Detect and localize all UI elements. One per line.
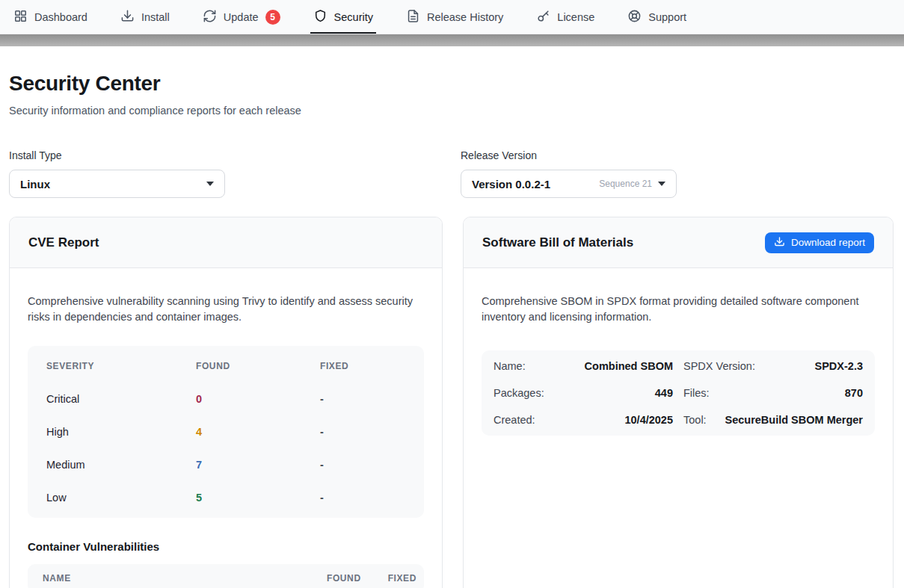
nav-item-dashboard[interactable]: Dashboard <box>13 0 87 34</box>
release-version-label: Release Version <box>461 149 677 161</box>
table-row: High 4 - <box>28 415 424 448</box>
nav-item-release-history[interactable]: Release History <box>406 0 503 34</box>
download-report-button[interactable]: Download report <box>765 232 874 253</box>
key-icon <box>536 9 550 25</box>
list-item: Name: Combined SBOM <box>493 353 673 380</box>
list-item: Files: 870 <box>683 380 863 406</box>
detail-label: Created: <box>493 414 535 426</box>
fixed-count: - <box>320 459 424 471</box>
sbom-description: Comprehensive SBOM in SPDX format provid… <box>482 294 875 326</box>
list-item: Tool: SecureBuild SBOM Merger <box>683 406 863 433</box>
chevron-down-icon <box>206 182 214 186</box>
install-type-value: Linux <box>20 178 200 191</box>
top-navigation: Dashboard Install Update 5 Security Rele… <box>0 0 904 34</box>
list-item: Packages: 449 <box>493 380 673 406</box>
cve-report-description: Comprehensive vulnerability scanning usi… <box>28 294 424 326</box>
fixed-count: - <box>320 426 424 438</box>
detail-value: 870 <box>845 387 863 399</box>
update-count-badge: 5 <box>265 10 280 25</box>
nav-label: Support <box>648 11 686 23</box>
fixed-count: - <box>320 393 424 405</box>
cve-report-title: CVE Report <box>28 235 99 250</box>
table-row: Medium 7 - <box>28 448 424 481</box>
nav-label: Security <box>334 11 373 23</box>
detail-value: Combined SBOM <box>585 360 673 372</box>
found-count: 4 <box>196 426 320 438</box>
list-item: Created: 10/4/2025 <box>493 406 673 433</box>
page-subtitle: Security information and compliance repo… <box>9 105 895 117</box>
detail-label: SPDX Version: <box>683 360 755 372</box>
severity-label: Low <box>46 492 196 504</box>
detail-label: Tool: <box>683 414 707 426</box>
release-version-select[interactable]: Version 0.0.2-1 Sequence 21 <box>461 170 677 198</box>
fixed-count: - <box>320 492 424 504</box>
nav-item-security[interactable]: Security <box>313 0 373 34</box>
severity-table: SEVERITY FOUND FIXED Critical 0 - High 4… <box>28 346 424 518</box>
detail-value: 449 <box>655 387 673 399</box>
sbom-title: Software Bill of Materials <box>482 235 633 250</box>
install-type-select[interactable]: Linux <box>9 170 225 198</box>
download-report-label: Download report <box>791 237 865 248</box>
filters-row: Install Type Linux Release Version Versi… <box>9 149 895 198</box>
install-type-label: Install Type <box>9 149 225 161</box>
column-header-fixed: FIXED <box>320 361 424 371</box>
download-icon <box>774 236 785 250</box>
nav-item-license[interactable]: License <box>536 0 594 34</box>
table-row: Critical 0 - <box>28 383 424 415</box>
refresh-icon <box>203 9 217 25</box>
nav-item-support[interactable]: Support <box>627 0 686 34</box>
chevron-down-icon <box>658 182 665 186</box>
shield-icon <box>313 9 328 25</box>
page-title: Security Center <box>9 72 895 96</box>
nav-item-update[interactable]: Update 5 <box>203 0 280 34</box>
detail-label: Packages: <box>493 387 544 399</box>
detail-label: Name: <box>493 360 526 372</box>
window-chrome-strip <box>0 34 904 46</box>
release-sequence-label: Sequence 21 <box>599 179 652 189</box>
nav-label: Install <box>141 11 170 23</box>
nav-label: Release History <box>427 11 503 23</box>
found-count: 7 <box>196 459 320 471</box>
detail-value: SPDX-2.3 <box>815 360 863 372</box>
severity-label: Critical <box>46 393 196 405</box>
nav-label: Dashboard <box>34 11 87 23</box>
lifebuoy-icon <box>627 9 642 25</box>
found-count: 5 <box>196 492 320 504</box>
column-header-fixed: FIXED <box>388 573 416 584</box>
severity-label: Medium <box>46 459 196 471</box>
found-count: 0 <box>196 393 320 405</box>
nav-label: License <box>557 11 594 23</box>
column-header-found: FOUND <box>196 361 320 371</box>
detail-label: Files: <box>683 387 710 399</box>
nav-label: Update <box>224 11 259 23</box>
table-row: Low 5 - <box>28 481 424 514</box>
document-icon <box>406 9 420 25</box>
release-version-value: Version 0.0.2-1 <box>472 178 599 191</box>
severity-table-header: SEVERITY FOUND FIXED <box>28 350 424 383</box>
sbom-card: Software Bill of Materials Download repo… <box>463 217 894 588</box>
severity-label: High <box>46 426 196 438</box>
detail-value: 10/4/2025 <box>624 414 673 426</box>
download-icon <box>120 9 135 25</box>
container-vulnerabilities-table-header: NAME FOUND FIXED <box>28 564 424 588</box>
dashboard-grid-icon <box>13 9 28 25</box>
container-vulnerabilities-title: Container Vulnerabilities <box>28 540 424 553</box>
column-header-found: FOUND <box>327 573 361 584</box>
cve-report-card: CVE Report Comprehensive vulnerability s… <box>9 217 443 588</box>
column-header-name: NAME <box>43 573 327 584</box>
list-item: SPDX Version: SPDX-2.3 <box>683 353 863 380</box>
detail-value: SecureBuild SBOM Merger <box>725 414 863 426</box>
nav-item-install[interactable]: Install <box>120 0 170 34</box>
column-header-severity: SEVERITY <box>46 361 196 371</box>
sbom-details-grid: Name: Combined SBOM SPDX Version: SPDX-2… <box>482 350 875 436</box>
